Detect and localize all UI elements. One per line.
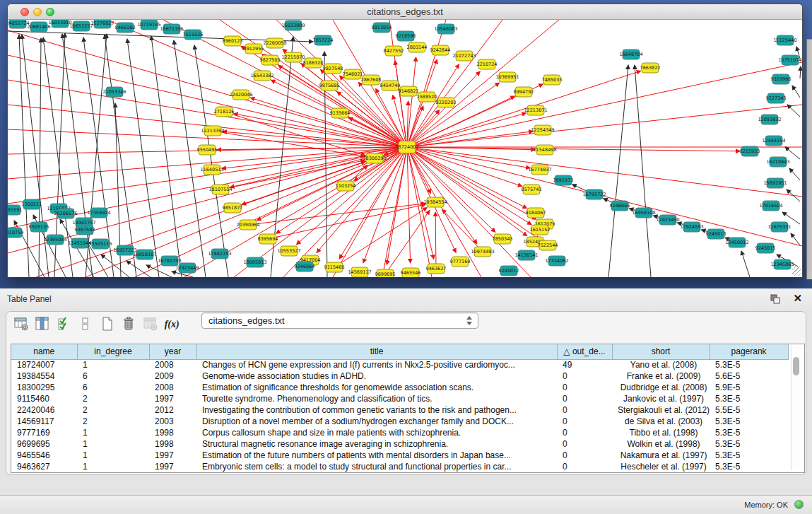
graph-node[interactable]: 15276027 [90,20,114,28]
cell-year[interactable]: 2012 [149,404,196,416]
graph-node[interactable]: 9463627 [426,264,447,274]
cell-pagerank[interactable]: 5.3E-5 [710,359,788,370]
citation-edge-red[interactable] [407,147,477,244]
cell-pagerank[interactable]: 5.3E-5 [710,438,788,450]
table-select-dropdown[interactable]: citations_edges.txt [201,313,478,329]
cell-short[interactable]: Franke et al. (2009) [612,370,710,382]
citation-edge-red[interactable] [435,212,436,269]
cell-year[interactable]: 2008 [149,359,196,370]
cell-title[interactable]: Corpus callosum shape and size in male p… [196,427,557,438]
column-header-in_degree[interactable]: in_degree [77,344,149,359]
graph-node[interactable]: 12395084 [43,235,66,245]
graph-node[interactable]: 11548498 [533,145,556,155]
graph-node[interactable]: 20390964 [236,220,259,230]
cell-in_degree[interactable]: 6 [77,370,149,382]
table-settings-icon[interactable] [12,316,30,333]
citation-edge-black[interactable] [608,65,628,277]
cell-short[interactable]: Jankovic et al. (1997) [612,393,710,404]
cell-out_de[interactable]: 0 [557,404,612,416]
citation-edge-black[interactable] [792,86,800,98]
graph-node[interactable]: 9242844 [430,45,451,55]
graph-node[interactable]: 9245013 [706,229,726,239]
graph-node[interactable]: 12444154 [762,136,785,146]
graph-node[interactable]: 12213071 [524,105,547,115]
graph-node[interactable]: 16210643 [766,157,789,167]
citation-edge-red[interactable] [268,204,425,239]
graph-node[interactable]: 10369951 [495,72,519,82]
cell-out_de[interactable]: 0 [557,427,612,438]
graph-node[interactable]: 16648784 [619,49,642,59]
cell-in_degree[interactable]: 2 [77,404,149,416]
cell-in_degree[interactable]: 1 [77,427,149,438]
citation-edge-red[interactable] [407,147,802,246]
graph-node[interactable]: 8912955 [244,44,264,54]
citation-edge-red[interactable] [407,62,802,147]
citation-edge-red[interactable] [407,147,481,277]
cell-in_degree[interactable]: 2 [77,393,149,404]
graph-node[interactable]: 2718126 [214,107,235,117]
cell-year[interactable]: 2003 [149,416,196,427]
graph-node[interactable]: 24055724 [8,20,30,28]
graph-node[interactable]: 9465546 [401,268,421,277]
citation-edge-red[interactable] [407,71,480,147]
table-row[interactable]: 2242004622012Investigating the contribut… [11,404,794,416]
graph-node[interactable]: 18095813 [243,257,266,267]
graph-node[interactable]: 9246065 [610,201,630,211]
graph-node[interactable]: 16958108 [632,208,655,218]
table-row[interactable]: 977716911998Corpus callosum shape and si… [11,427,794,438]
graph-node[interactable]: 7515526 [183,30,204,40]
graph-node[interactable]: 2210724 [477,59,498,69]
graph-node[interactable]: 8395694 [258,234,278,244]
citation-edge-red[interactable] [407,105,802,147]
graph-node[interactable]: 9329966 [771,74,792,84]
graph-node[interactable]: 12923450 [656,215,679,225]
cell-title[interactable]: Estimation of significance thresholds fo… [196,382,557,393]
graph-node[interactable]: 12093832 [758,115,781,124]
graph-node[interactable]: 8220203 [436,98,457,107]
citation-edge-black[interactable] [194,45,228,277]
citation-edge-black[interactable] [785,147,800,159]
graph-node[interactable]: 10974493 [471,247,494,257]
citation-edge-black[interactable] [22,35,49,277]
cell-out_de[interactable]: 0 [557,461,612,472]
graph-node[interactable]: 9550495 [197,145,218,155]
graph-node[interactable]: 16774837 [528,165,551,175]
cell-name[interactable]: 9465546 [11,450,77,461]
cell-name[interactable]: 22420046 [11,404,77,416]
citation-edge-black[interactable] [800,66,801,78]
cell-pagerank[interactable]: 5.3E-5 [710,427,788,438]
graph-node[interactable]: 7663822 [640,63,661,73]
cell-name[interactable]: 18724007 [11,359,77,370]
table-row[interactable]: 1456911722003Disruption of a novel membe… [11,416,794,427]
graph-node[interactable]: 9218596 [396,31,416,41]
cell-out_de[interactable]: 0 [557,370,612,382]
graph-node[interactable]: 9146821 [399,86,419,96]
graph-node[interactable]: 21072743 [452,51,476,61]
graph-node[interactable]: 10548083 [434,24,457,34]
float-panel-icon[interactable] [770,293,781,305]
citation-edge-black[interactable] [789,168,800,180]
graph-node[interactable]: 22260058 [263,38,286,48]
graph-node[interactable]: 20206576 [54,209,77,218]
graph-node[interactable]: 7850343 [493,234,513,244]
graph-node[interactable]: 8454749 [380,81,401,90]
cell-short[interactable]: de Silva et al. (2003) [612,416,710,427]
resize-grip-icon[interactable] [792,267,801,276]
cell-short[interactable]: Nakamura et al. (1997) [612,450,710,461]
graph-node[interactable]: 17359924 [87,208,110,218]
cell-year[interactable]: 1997 [149,450,196,461]
graph-node[interactable]: 18300295 [363,153,386,163]
cell-pagerank[interactable]: 5.3E-5 [710,393,788,404]
delete-table-icon[interactable] [141,316,160,333]
table-row[interactable]: 946554611997Estimation of the future num… [11,450,794,461]
cell-year[interactable]: 2008 [149,382,196,393]
graph-node[interactable]: 16782753 [158,256,181,266]
citation-edge-black[interactable] [741,251,750,277]
graph-node[interactable]: 7691973 [553,175,574,185]
graph-node[interactable]: 20691406 [27,22,50,32]
graph-node[interactable]: 1350511 [22,199,42,209]
citation-edge-red[interactable] [407,147,527,209]
graph-node[interactable]: 17016504 [759,201,782,211]
cell-title[interactable]: Estimation of the future numbers of pati… [196,450,557,461]
cell-title[interactable]: Structural magnetic resonance image aver… [196,438,557,450]
